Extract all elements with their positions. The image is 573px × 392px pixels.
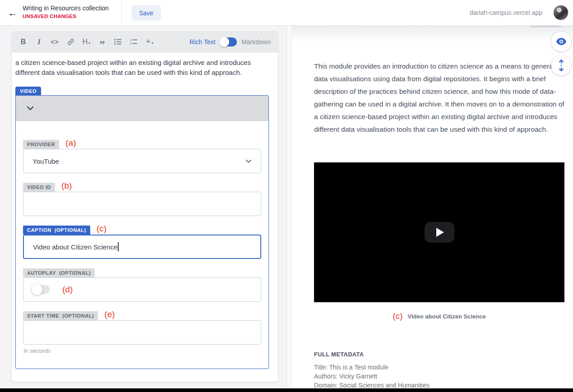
text-cursor — [118, 242, 119, 251]
editor-card: B I <> H▾ ” 12 +▾ Rich Text Markdown a c… — [11, 31, 278, 382]
header-divider — [121, 0, 122, 25]
bottom-black-bar — [0, 388, 573, 392]
scroll-sync-button[interactable] — [551, 55, 571, 75]
mode-switch: Rich Text Markdown — [189, 37, 273, 46]
preview-visibility-button[interactable] — [551, 32, 571, 51]
video-block-body: PROVIDER (a) YouTube VIDEO ID (b) — [16, 121, 268, 354]
annotation-e: (e) — [104, 309, 115, 319]
metadata-title-line: Title: This is a Test module — [314, 363, 430, 372]
chevron-down-icon — [27, 106, 34, 111]
eye-icon — [556, 37, 567, 46]
full-metadata-section: FULL METADATA Title: This is a Test modu… — [314, 351, 430, 390]
play-icon — [436, 228, 444, 237]
chevron-down-icon — [245, 159, 252, 163]
preview-card: visualisation This module provides an in… — [291, 26, 573, 388]
insert-icon[interactable]: +▾ — [143, 35, 157, 49]
metadata-heading: FULL METADATA — [314, 351, 430, 358]
page-title: Writing in Resources collection — [23, 5, 109, 12]
svg-text:1: 1 — [130, 38, 132, 42]
clipped-scrolled-text: visualisation — [530, 26, 562, 29]
preview-paragraph: This module provides an introduction to … — [314, 60, 567, 136]
video-block: PROVIDER (a) YouTube VIDEO ID (b) — [15, 95, 269, 369]
video-caption: Video about Citizen Science — [408, 313, 486, 320]
code-icon[interactable]: <> — [48, 35, 62, 49]
site-domain-link[interactable]: dariah-campus.vercel.app — [470, 9, 542, 16]
blockquote-icon[interactable]: ” — [95, 35, 109, 49]
video-id-input[interactable] — [23, 192, 261, 216]
top-bar: ← Writing in Resources collection UNSAVE… — [0, 0, 573, 26]
annotation-c-preview: (c) — [393, 311, 402, 321]
unsaved-changes-status: UNSAVED CHANGES — [23, 14, 109, 19]
document-title-wrap: Writing in Resources collection UNSAVED … — [23, 5, 109, 19]
annotation-a: (a) — [65, 138, 76, 148]
arrow-left-icon: ← — [8, 8, 18, 18]
toggle-knob — [32, 284, 42, 295]
editor-pane: B I <> H▾ ” 12 +▾ Rich Text Markdown a c… — [0, 26, 287, 388]
autoplay-label: AUTOPLAY (OPTIONAL) — [23, 268, 95, 277]
start-time-helper: In seconds — [23, 348, 261, 354]
bullet-list-icon[interactable] — [111, 35, 125, 49]
editor-paragraph[interactable]: a citizen science-based project within a… — [15, 58, 273, 78]
caption-label: CAPTION (OPTIONAL) — [23, 226, 90, 235]
video-id-field: VIDEO ID (b) — [23, 183, 261, 216]
autoplay-toggle[interactable] — [32, 285, 50, 294]
annotation-c: (c) — [97, 224, 106, 234]
autoplay-toggle-box: (d) — [23, 277, 261, 302]
save-button[interactable]: Save — [131, 5, 161, 21]
back-button[interactable]: ← — [6, 7, 19, 19]
caption-input[interactable]: Video about Citizen Science — [23, 235, 261, 259]
provider-label: PROVIDER — [23, 140, 59, 149]
avatar[interactable] — [553, 5, 568, 20]
editor-body: a citizen science-based project within a… — [12, 52, 278, 369]
video-block-collapse-bar[interactable] — [16, 96, 268, 121]
annotation-b: (b) — [61, 181, 72, 191]
provider-field: PROVIDER (a) YouTube — [23, 140, 261, 173]
heading-icon[interactable]: H▾ — [79, 35, 93, 49]
rich-text-markdown-toggle[interactable] — [220, 37, 237, 46]
svg-text:2: 2 — [130, 42, 132, 45]
markdown-label: Markdown — [241, 38, 271, 46]
annotation-d: (d) — [62, 285, 73, 295]
video-caption-row: (c) Video about Citizen Science — [314, 311, 564, 321]
start-time-label: START TIME (OPTIONAL) — [23, 311, 98, 320]
scroll-sync-icon — [558, 60, 565, 71]
rich-text-toolbar: B I <> H▾ ” 12 +▾ Rich Text Markdown — [12, 32, 278, 52]
provider-value: YouTube — [32, 157, 59, 165]
autoplay-field: AUTOPLAY (OPTIONAL) (d) — [23, 268, 261, 302]
link-icon[interactable] — [64, 35, 78, 49]
preview-pane: visualisation This module provides an in… — [287, 26, 573, 392]
provider-select[interactable]: YouTube — [23, 149, 261, 173]
video-block-chip: VIDEO — [15, 87, 41, 95]
rich-text-label: Rich Text — [189, 38, 215, 46]
metadata-authors-line: Authors: Vicky Garnett — [314, 372, 430, 381]
video-id-label: VIDEO ID — [23, 183, 55, 192]
numbered-list-icon[interactable]: 12 — [127, 35, 141, 49]
play-button[interactable] — [425, 222, 454, 243]
bold-icon[interactable]: B — [16, 35, 30, 49]
start-time-field: START TIME (OPTIONAL) (e) In seconds — [23, 311, 261, 354]
caption-value: Video about Citizen Science — [33, 243, 117, 251]
caption-field: CAPTION (OPTIONAL) (c) Video about Citiz… — [23, 226, 261, 259]
toggle-knob — [219, 37, 229, 47]
start-time-input[interactable] — [23, 320, 261, 345]
video-player[interactable] — [314, 162, 564, 302]
italic-icon[interactable]: I — [32, 35, 46, 49]
